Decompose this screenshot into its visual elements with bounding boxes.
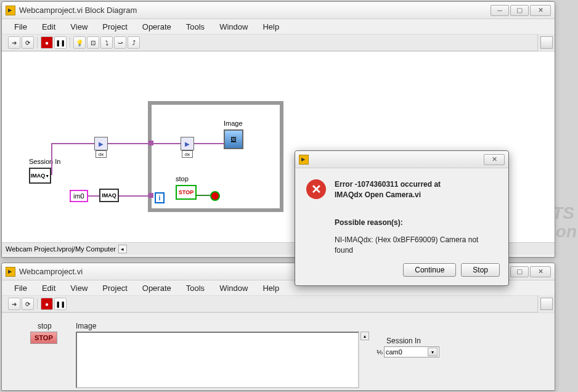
abort-button[interactable]: ● bbox=[41, 298, 53, 310]
property-node[interactable]: dx bbox=[182, 150, 193, 158]
imaq-text: IMAQ bbox=[31, 173, 46, 179]
dialog-titlebar[interactable]: ✕ bbox=[295, 151, 508, 168]
dropdown-button[interactable]: ▾ bbox=[428, 348, 438, 356]
loop-iteration-terminal[interactable]: i bbox=[155, 192, 165, 203]
toolbar: ➔ ⟳ ● ❚❚ 💡 ⊡ ⤵ ⤻ ⤴ ? bbox=[2, 34, 555, 51]
error-title-line2: IMAQdx Open Camera.vi bbox=[335, 190, 421, 199]
menu-view[interactable]: View bbox=[64, 282, 94, 294]
menu-tools[interactable]: Tools bbox=[180, 21, 211, 33]
run-continuous-button[interactable]: ⟳ bbox=[22, 298, 34, 310]
menu-window[interactable]: Window bbox=[213, 21, 254, 33]
dialog-buttons: Continue Stop bbox=[295, 263, 508, 285]
wire bbox=[108, 143, 181, 144]
close-button[interactable]: ✕ bbox=[530, 5, 551, 16]
imaqdx-grab-node[interactable]: ▶ bbox=[181, 137, 194, 150]
session-in-label: Session In bbox=[386, 337, 421, 345]
tunnel bbox=[149, 141, 153, 145]
property-node[interactable]: dx bbox=[96, 150, 107, 158]
step-out-button[interactable]: ⤴ bbox=[128, 36, 140, 49]
session-value: cam0 bbox=[386, 348, 426, 356]
scroll-right-button[interactable]: ◂ bbox=[118, 245, 127, 253]
stop-button[interactable]: STOP bbox=[30, 332, 57, 344]
reason-text: NI-IMAQdx: (Hex 0xBFF69009) Camera not f… bbox=[335, 235, 497, 256]
labview-vi-icon bbox=[6, 267, 15, 277]
vi-icon[interactable] bbox=[540, 298, 553, 310]
stop-label: stop bbox=[38, 322, 52, 330]
run-button[interactable]: ➔ bbox=[8, 36, 20, 49]
imaq-create-node[interactable]: IMAQ bbox=[99, 189, 119, 202]
pause-button[interactable]: ❚❚ bbox=[54, 298, 67, 310]
menu-operate[interactable]: Operate bbox=[136, 282, 177, 294]
close-button[interactable]: ✕ bbox=[530, 266, 551, 277]
watermark-text: TS bbox=[552, 203, 574, 223]
menu-file[interactable]: File bbox=[8, 282, 33, 294]
run-button[interactable]: ➔ bbox=[8, 298, 20, 310]
menu-operate[interactable]: Operate bbox=[136, 21, 177, 33]
wire bbox=[194, 143, 225, 144]
retain-wire-values-button[interactable]: ⊡ bbox=[87, 36, 99, 49]
menu-edit[interactable]: Edit bbox=[36, 21, 62, 33]
toolbar: ➔ ⟳ ● ❚❚ ? bbox=[2, 295, 555, 312]
window-title: Webcamproject.vi Block Diagram bbox=[19, 6, 490, 15]
session-in-control[interactable]: cam0 ▾ bbox=[384, 346, 439, 357]
error-title-line1: Error -1074360311 occurred at bbox=[335, 180, 441, 189]
loop-condition-terminal[interactable] bbox=[210, 191, 220, 201]
maximize-button[interactable]: ▢ bbox=[510, 266, 529, 277]
play-icon: ▶ bbox=[99, 141, 104, 147]
image-indicator[interactable]: 🖼 bbox=[224, 129, 243, 149]
toolbar-divider bbox=[70, 37, 70, 48]
wire-boolean bbox=[197, 195, 210, 196]
string-constant-im0[interactable]: im0 bbox=[70, 190, 88, 202]
play-icon: ▶ bbox=[185, 141, 190, 147]
menu-help[interactable]: Help bbox=[256, 282, 285, 294]
image-label: Image bbox=[224, 120, 243, 127]
menu-file[interactable]: File bbox=[8, 21, 33, 33]
pause-button[interactable]: ❚❚ bbox=[54, 36, 67, 49]
front-panel-canvas[interactable]: stop STOP Image ▴ Session In ⅟₀ cam0 ▾ bbox=[2, 312, 555, 389]
error-icon: ✕ bbox=[306, 179, 326, 199]
labview-vi-icon bbox=[299, 155, 309, 165]
menu-edit[interactable]: Edit bbox=[36, 282, 62, 294]
step-over-button[interactable]: ⤻ bbox=[114, 36, 126, 49]
imaqdx-open-camera-node[interactable]: ▶ bbox=[94, 137, 108, 150]
maximize-button[interactable]: ▢ bbox=[510, 5, 529, 16]
project-path: Webcam Project.lvproj/My Computer bbox=[6, 245, 116, 253]
menu-window[interactable]: Window bbox=[213, 282, 254, 294]
dialog-close-button[interactable]: ✕ bbox=[484, 154, 505, 165]
image-label: Image bbox=[76, 322, 96, 330]
toolbar-divider bbox=[37, 37, 38, 48]
step-into-button[interactable]: ⤵ bbox=[100, 36, 113, 49]
menubar: File Edit View Project Operate Tools Win… bbox=[2, 19, 555, 34]
titlebar[interactable]: Webcamproject.vi Block Diagram ─ ▢ ✕ bbox=[2, 2, 555, 19]
toolbar-divider bbox=[37, 298, 38, 309]
reason-heading: Possible reason(s): bbox=[335, 218, 497, 228]
session-index-icon: ⅟₀ bbox=[377, 349, 383, 356]
labview-vi-icon bbox=[6, 6, 15, 15]
menu-view[interactable]: View bbox=[64, 21, 94, 33]
session-in-control[interactable]: IMAQ▼ bbox=[29, 168, 51, 184]
dialog-text: Error -1074360311 occurred at IMAQdx Ope… bbox=[335, 179, 497, 256]
abort-button[interactable]: ● bbox=[41, 36, 53, 49]
wire bbox=[51, 143, 52, 175]
session-in-label: Session In bbox=[29, 158, 60, 165]
menu-project[interactable]: Project bbox=[96, 282, 133, 294]
menu-project[interactable]: Project bbox=[96, 21, 133, 33]
highlight-execution-button[interactable]: 💡 bbox=[73, 36, 86, 49]
image-display[interactable] bbox=[76, 332, 359, 388]
scroll-up-button[interactable]: ▴ bbox=[360, 332, 369, 340]
stop-button-terminal[interactable]: STOP bbox=[176, 185, 197, 200]
error-dialog: ✕ ✕ Error -1074360311 occurred at IMAQdx… bbox=[295, 150, 509, 286]
continue-button[interactable]: Continue bbox=[403, 263, 456, 277]
minimize-button[interactable]: ─ bbox=[490, 5, 509, 16]
menu-tools[interactable]: Tools bbox=[180, 282, 211, 294]
picture-icon: 🖼 bbox=[230, 136, 237, 143]
vi-icon[interactable] bbox=[540, 36, 553, 49]
wire bbox=[119, 195, 150, 197]
dropdown-arrow-icon: ▼ bbox=[45, 174, 49, 178]
run-continuous-button[interactable]: ⟳ bbox=[22, 36, 34, 49]
tunnel bbox=[149, 193, 153, 198]
stop-button[interactable]: Stop bbox=[461, 263, 500, 277]
dialog-body: ✕ Error -1074360311 occurred at IMAQdx O… bbox=[295, 168, 508, 263]
wire bbox=[88, 195, 99, 197]
menu-help[interactable]: Help bbox=[256, 21, 285, 33]
